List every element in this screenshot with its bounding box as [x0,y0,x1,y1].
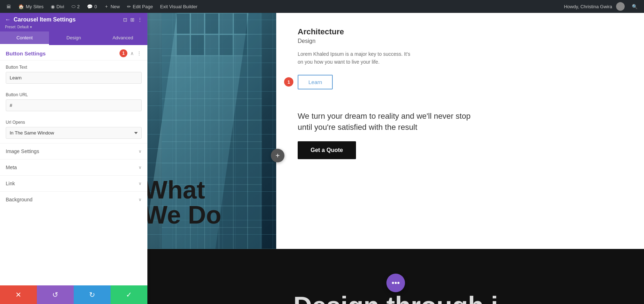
accordion-link[interactable]: Link ∨ [0,175,147,191]
admin-bar-edit[interactable]: ✏ Edit Page [123,0,156,13]
button-url-group: Button URL [0,88,147,116]
bottom-toolbar: ✕ ↺ ↻ ✓ [0,285,147,304]
arch-title: Architecture [298,27,623,36]
section-header-icons: ∧ ⋮ [130,50,142,56]
image-settings-chevron-icon: ∨ [138,149,142,154]
admin-bar-right: Howdy, Christina Gwira 🔍 [560,0,641,13]
dots-horizontal-icon: ••• [391,278,400,288]
plus-icon: + [275,152,280,160]
svg-rect-20 [220,14,233,34]
save-button[interactable]: ✓ [111,285,147,304]
wp-icon: 🏛 [6,4,11,9]
admin-bar-divi[interactable]: ◉ Divi [47,0,68,13]
svg-rect-25 [220,35,233,55]
tab-advanced[interactable]: Advanced [98,31,147,45]
admin-bar-new[interactable]: ＋ New [101,0,123,13]
tagline: We turn your dream to reality and we'll … [298,111,477,133]
meta-label: Meta [6,165,138,170]
tabs: Content Design Advanced [0,31,147,45]
button-settings-header: Button Settings 1 ∧ ⋮ [0,45,147,60]
carousel-right: Architecture Design Lorem Khaled Ipsum i… [276,13,644,249]
admin-bar-comments[interactable]: ⬭ 2 [68,0,83,13]
learn-btn-container: 1 Learn [298,75,333,89]
svg-rect-18 [191,14,204,34]
accordion-meta[interactable]: Meta ∨ [0,159,147,175]
button-url-input[interactable] [6,99,142,111]
button-url-label: Button URL [6,92,142,97]
pencil-icon: ✏ [127,4,131,9]
url-opens-select[interactable]: In The Same Window In A New Tab [6,127,142,139]
search-icon: 🔍 [632,4,638,9]
undo-icon: ↺ [52,290,58,299]
arch-desc: Lorem Khaled Ipsum is a major key to suc… [298,50,412,66]
svg-rect-23 [191,35,204,55]
chevron-down-icon: ▾ [30,25,32,29]
left-panel: ← Carousel Item Settings ⊡ ⊞ ⋮ Preset: D… [0,13,147,304]
grid-icon[interactable]: ⊞ [130,17,135,23]
tab-content[interactable]: Content [0,31,49,45]
url-opens-group: Url Opens In The Same Window In A New Ta… [0,116,147,143]
link-chevron-icon: ∨ [138,181,142,186]
redo-button[interactable]: ↻ [74,285,111,304]
arch-subtitle: Design [298,38,623,44]
undo-button[interactable]: ↺ [37,285,74,304]
svg-rect-26 [234,35,247,55]
back-arrow-icon[interactable]: ← [5,16,11,23]
collapse-icon[interactable]: ∧ [130,50,134,56]
svg-rect-22 [177,35,190,55]
bottom-fab-button[interactable]: ••• [386,274,405,292]
chat-icon: 💬 [87,4,93,9]
bottom-section: ••• Design through i [147,249,644,304]
image-settings-label: Image Settings [6,148,138,154]
admin-bar-mysites[interactable]: 🏠 My Sites [15,0,47,13]
section-dots-icon[interactable]: ⋮ [137,50,142,56]
admin-bar-search[interactable]: 🔍 [628,0,641,13]
url-opens-label: Url Opens [6,120,142,125]
bottom-section-title: Design through i [293,291,498,304]
svg-rect-24 [205,35,218,55]
button-settings-title: Button Settings [6,50,117,57]
button-text-group: Button Text [0,60,147,88]
tab-design[interactable]: Design [49,31,98,45]
link-label: Link [6,181,138,186]
meta-chevron-icon: ∨ [138,165,142,170]
redo-icon: ↻ [89,290,95,299]
background-chevron-icon: ∨ [138,197,142,202]
learn-badge: 1 [284,77,293,87]
main-content: What We Do + Architecture Design Lorem K… [147,13,644,304]
get-quote-button[interactable]: Get a Quote [298,141,356,159]
panel-header-icons: ⊡ ⊞ ⋮ [123,17,142,23]
save-icon: ✓ [126,290,132,299]
button-text-input[interactable] [6,72,142,84]
carousel-image: What We Do [147,13,276,249]
carousel-big-title: What We Do [147,177,221,227]
preset-label[interactable]: Preset: Default ▾ [5,24,142,29]
svg-rect-19 [205,14,218,34]
svg-rect-21 [234,14,247,34]
admin-bar-chat[interactable]: 💬 0 [83,0,101,13]
carousel-section: What We Do + Architecture Design Lorem K… [147,13,644,249]
admin-bar-wp[interactable]: 🏛 [3,0,15,13]
button-settings-badge: 1 [119,49,127,57]
admin-bar-exit[interactable]: Exit Visual Builder [156,0,201,13]
plus-icon: ＋ [104,3,109,10]
admin-bar: 🏛 🏠 My Sites ◉ Divi ⬭ 2 💬 0 ＋ New ✏ Edit… [0,0,644,13]
add-item-button[interactable]: + [271,149,284,162]
svg-rect-17 [177,14,190,34]
accordion-image-settings[interactable]: Image Settings ∨ [0,143,147,159]
dots-icon[interactable]: ⋮ [137,17,142,23]
background-label: Background [6,197,138,202]
panel-title: Carousel Item Settings [14,16,120,23]
panel-content: Button Settings 1 ∧ ⋮ Button Text Button… [0,45,147,285]
avatar [616,2,625,11]
admin-bar-howdy[interactable]: Howdy, Christina Gwira [560,0,628,13]
learn-button[interactable]: Learn [298,75,333,89]
resize-icon[interactable]: ⊡ [123,17,127,23]
cancel-button[interactable]: ✕ [0,285,37,304]
home-icon: 🏠 [18,4,24,9]
divi-icon: ◉ [51,4,55,9]
circle-icon: ⬭ [72,4,75,9]
panel-header: ← Carousel Item Settings ⊡ ⊞ ⋮ Preset: D… [0,13,147,31]
accordion-background[interactable]: Background ∨ [0,191,147,207]
cancel-icon: ✕ [15,290,21,299]
